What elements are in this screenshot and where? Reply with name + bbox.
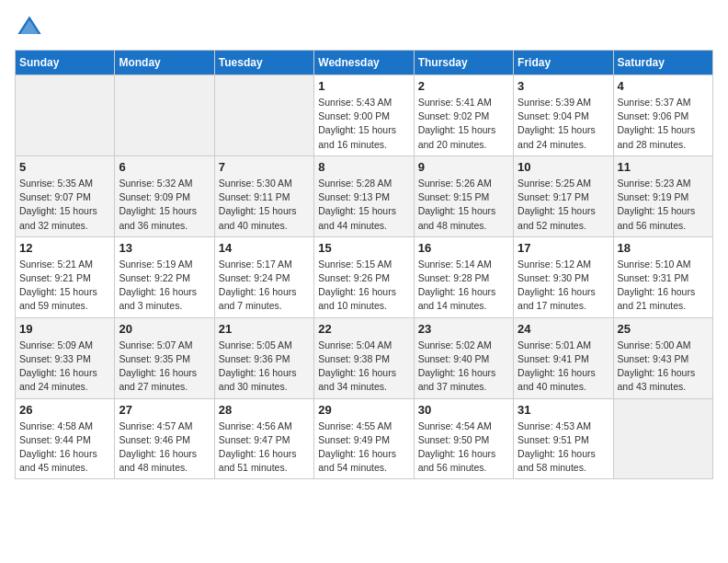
- weekday-header-saturday: Saturday: [613, 51, 712, 75]
- calendar-cell: 26Sunrise: 4:58 AMSunset: 9:44 PMDayligh…: [16, 398, 115, 479]
- day-info: Sunrise: 5:10 AMSunset: 9:31 PMDaylight:…: [618, 258, 709, 314]
- calendar-cell: 29Sunrise: 4:55 AMSunset: 9:49 PMDayligh…: [314, 398, 414, 479]
- day-info: Sunrise: 5:00 AMSunset: 9:43 PMDaylight:…: [618, 339, 709, 395]
- calendar-cell: 7Sunrise: 5:30 AMSunset: 9:11 PMDaylight…: [214, 155, 313, 236]
- weekday-header-thursday: Thursday: [414, 51, 513, 75]
- calendar-cell: 14Sunrise: 5:17 AMSunset: 9:24 PMDayligh…: [214, 236, 313, 317]
- day-number: 18: [618, 241, 709, 255]
- day-number: 6: [119, 160, 210, 174]
- calendar-cell: 22Sunrise: 5:04 AMSunset: 9:38 PMDayligh…: [314, 317, 414, 398]
- calendar-cell: 15Sunrise: 5:15 AMSunset: 9:26 PMDayligh…: [314, 236, 414, 317]
- day-number: 2: [418, 79, 509, 93]
- day-info: Sunrise: 5:14 AMSunset: 9:28 PMDaylight:…: [418, 258, 509, 314]
- day-number: 1: [318, 79, 409, 93]
- day-info: Sunrise: 5:04 AMSunset: 9:38 PMDaylight:…: [318, 339, 409, 395]
- day-info: Sunrise: 4:58 AMSunset: 9:44 PMDaylight:…: [19, 419, 110, 476]
- calendar-cell: 21Sunrise: 5:05 AMSunset: 9:36 PMDayligh…: [214, 317, 313, 398]
- calendar-cell: [214, 75, 313, 156]
- day-info: Sunrise: 5:19 AMSunset: 9:22 PMDaylight:…: [119, 258, 210, 314]
- day-info: Sunrise: 5:35 AMSunset: 9:07 PMDaylight:…: [19, 177, 110, 233]
- day-info: Sunrise: 5:05 AMSunset: 9:36 PMDaylight:…: [219, 339, 310, 395]
- day-number: 20: [119, 322, 210, 336]
- calendar-cell: 17Sunrise: 5:12 AMSunset: 9:30 PMDayligh…: [514, 236, 613, 317]
- calendar-cell: 27Sunrise: 4:57 AMSunset: 9:46 PMDayligh…: [115, 398, 214, 479]
- calendar-cell: [16, 75, 115, 156]
- calendar-cell: 4Sunrise: 5:37 AMSunset: 9:06 PMDaylight…: [613, 75, 712, 156]
- calendar-body: 1Sunrise: 5:43 AMSunset: 9:00 PMDaylight…: [16, 75, 713, 479]
- day-info: Sunrise: 5:17 AMSunset: 9:24 PMDaylight:…: [219, 258, 310, 314]
- day-info: Sunrise: 5:41 AMSunset: 9:02 PMDaylight:…: [418, 96, 509, 152]
- calendar-cell: [613, 398, 712, 479]
- day-info: Sunrise: 5:28 AMSunset: 9:13 PMDaylight:…: [318, 177, 409, 233]
- page-header: [15, 15, 713, 40]
- day-number: 8: [318, 160, 409, 174]
- day-info: Sunrise: 5:25 AMSunset: 9:17 PMDaylight:…: [518, 177, 609, 233]
- day-number: 16: [418, 241, 509, 255]
- calendar-cell: 31Sunrise: 4:53 AMSunset: 9:51 PMDayligh…: [514, 398, 613, 479]
- calendar-header: SundayMondayTuesdayWednesdayThursdayFrid…: [16, 51, 713, 75]
- day-info: Sunrise: 4:56 AMSunset: 9:47 PMDaylight:…: [219, 419, 310, 476]
- day-number: 11: [618, 160, 709, 174]
- calendar-cell: 24Sunrise: 5:01 AMSunset: 9:41 PMDayligh…: [514, 317, 613, 398]
- day-info: Sunrise: 5:30 AMSunset: 9:11 PMDaylight:…: [219, 177, 310, 233]
- day-number: 15: [318, 241, 409, 255]
- calendar-cell: 9Sunrise: 5:26 AMSunset: 9:15 PMDaylight…: [414, 155, 513, 236]
- day-number: 25: [618, 322, 709, 336]
- day-number: 31: [518, 403, 609, 417]
- day-number: 7: [219, 160, 310, 174]
- weekday-header-row: SundayMondayTuesdayWednesdayThursdayFrid…: [16, 51, 713, 75]
- day-info: Sunrise: 5:15 AMSunset: 9:26 PMDaylight:…: [318, 258, 409, 314]
- day-number: 26: [19, 403, 110, 417]
- day-number: 24: [518, 322, 609, 336]
- calendar-cell: 11Sunrise: 5:23 AMSunset: 9:19 PMDayligh…: [613, 155, 712, 236]
- logo: [15, 15, 42, 40]
- calendar-cell: 2Sunrise: 5:41 AMSunset: 9:02 PMDaylight…: [414, 75, 513, 156]
- day-number: 27: [119, 403, 210, 417]
- day-info: Sunrise: 5:09 AMSunset: 9:33 PMDaylight:…: [19, 339, 110, 395]
- day-number: 4: [618, 79, 709, 93]
- calendar-cell: 28Sunrise: 4:56 AMSunset: 9:47 PMDayligh…: [214, 398, 313, 479]
- day-info: Sunrise: 5:12 AMSunset: 9:30 PMDaylight:…: [518, 258, 609, 314]
- day-info: Sunrise: 5:21 AMSunset: 9:21 PMDaylight:…: [19, 258, 110, 314]
- calendar-cell: 18Sunrise: 5:10 AMSunset: 9:31 PMDayligh…: [613, 236, 712, 317]
- calendar-cell: 3Sunrise: 5:39 AMSunset: 9:04 PMDaylight…: [514, 75, 613, 156]
- day-number: 17: [518, 241, 609, 255]
- day-info: Sunrise: 5:02 AMSunset: 9:40 PMDaylight:…: [418, 339, 509, 395]
- calendar-cell: 30Sunrise: 4:54 AMSunset: 9:50 PMDayligh…: [414, 398, 513, 479]
- week-row-3: 12Sunrise: 5:21 AMSunset: 9:21 PMDayligh…: [16, 236, 713, 317]
- day-number: 28: [219, 403, 310, 417]
- day-info: Sunrise: 4:54 AMSunset: 9:50 PMDaylight:…: [418, 419, 509, 476]
- day-info: Sunrise: 4:53 AMSunset: 9:51 PMDaylight:…: [518, 419, 609, 476]
- week-row-1: 1Sunrise: 5:43 AMSunset: 9:00 PMDaylight…: [16, 75, 713, 156]
- calendar-cell: 12Sunrise: 5:21 AMSunset: 9:21 PMDayligh…: [16, 236, 115, 317]
- calendar-cell: 19Sunrise: 5:09 AMSunset: 9:33 PMDayligh…: [16, 317, 115, 398]
- calendar-cell: 25Sunrise: 5:00 AMSunset: 9:43 PMDayligh…: [613, 317, 712, 398]
- day-number: 13: [119, 241, 210, 255]
- day-number: 21: [219, 322, 310, 336]
- week-row-5: 26Sunrise: 4:58 AMSunset: 9:44 PMDayligh…: [16, 398, 713, 479]
- day-number: 23: [418, 322, 509, 336]
- day-info: Sunrise: 5:07 AMSunset: 9:35 PMDaylight:…: [119, 339, 210, 395]
- day-info: Sunrise: 5:23 AMSunset: 9:19 PMDaylight:…: [618, 177, 709, 233]
- day-info: Sunrise: 5:43 AMSunset: 9:00 PMDaylight:…: [318, 96, 409, 152]
- weekday-header-monday: Monday: [115, 51, 214, 75]
- calendar-cell: [115, 75, 214, 156]
- day-number: 30: [418, 403, 509, 417]
- calendar-cell: 23Sunrise: 5:02 AMSunset: 9:40 PMDayligh…: [414, 317, 513, 398]
- day-number: 5: [19, 160, 110, 174]
- logo-icon: [17, 15, 42, 40]
- day-info: Sunrise: 5:01 AMSunset: 9:41 PMDaylight:…: [518, 339, 609, 395]
- day-number: 22: [318, 322, 409, 336]
- calendar-cell: 1Sunrise: 5:43 AMSunset: 9:00 PMDaylight…: [314, 75, 414, 156]
- calendar-table: SundayMondayTuesdayWednesdayThursdayFrid…: [15, 50, 713, 479]
- day-info: Sunrise: 5:37 AMSunset: 9:06 PMDaylight:…: [618, 96, 709, 152]
- calendar-cell: 8Sunrise: 5:28 AMSunset: 9:13 PMDaylight…: [314, 155, 414, 236]
- calendar-cell: 5Sunrise: 5:35 AMSunset: 9:07 PMDaylight…: [16, 155, 115, 236]
- day-number: 10: [518, 160, 609, 174]
- weekday-header-friday: Friday: [514, 51, 613, 75]
- calendar-cell: 10Sunrise: 5:25 AMSunset: 9:17 PMDayligh…: [514, 155, 613, 236]
- day-number: 3: [518, 79, 609, 93]
- calendar-cell: 20Sunrise: 5:07 AMSunset: 9:35 PMDayligh…: [115, 317, 214, 398]
- calendar-cell: 13Sunrise: 5:19 AMSunset: 9:22 PMDayligh…: [115, 236, 214, 317]
- weekday-header-tuesday: Tuesday: [214, 51, 313, 75]
